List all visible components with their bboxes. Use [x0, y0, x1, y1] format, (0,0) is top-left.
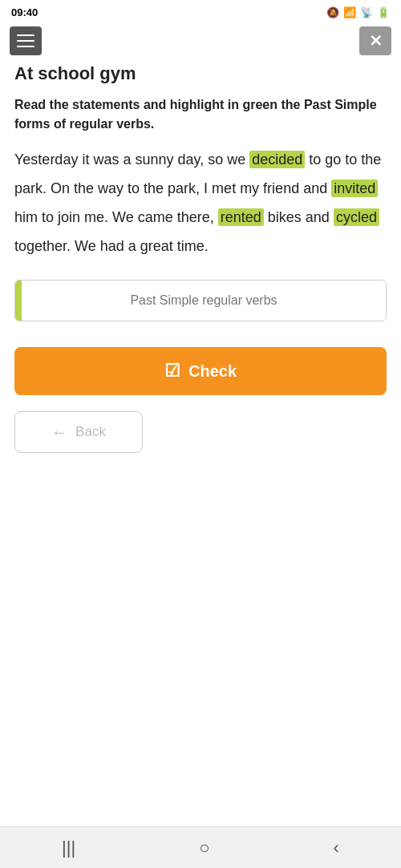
main-content: Read the statements and highlight in gre… [0, 95, 401, 640]
highlight-decided: decided [249, 151, 305, 168]
status-bar: 09:40 🔕 📶 📡 🔋 [0, 0, 401, 22]
menu-line-3 [17, 46, 34, 47]
input-row [14, 280, 387, 321]
menu-line-1 [17, 34, 34, 36]
signal-icon: 📡 [360, 6, 373, 18]
page-title: At school gym [0, 60, 401, 95]
input-accent-bar [15, 281, 22, 321]
passage-part-3: him to join me. We came there, [14, 209, 218, 225]
bottom-nav-back[interactable]: ‹ [314, 831, 358, 865]
passage-part-5: together. We had a great time. [14, 238, 209, 254]
menu-button[interactable] [10, 26, 42, 55]
back-button-label: Back [75, 424, 106, 440]
status-time: 09:40 [11, 6, 38, 18]
top-nav: ✕ [0, 22, 401, 60]
highlight-rented: rented [218, 208, 264, 226]
check-icon: ☑ [164, 361, 180, 382]
verb-input[interactable] [22, 281, 386, 321]
passage-text: Yesterday it was a sunny day, so we deci… [14, 145, 387, 260]
check-button[interactable]: ☑ Check [14, 347, 387, 395]
bottom-nav-recent[interactable]: ||| [43, 831, 95, 865]
passage-part-4: bikes and [264, 209, 334, 225]
highlight-cycled: cycled [334, 208, 379, 226]
wifi-icon: 📶 [343, 6, 356, 18]
back-arrow-icon: ← [51, 423, 67, 442]
status-icons: 🔕 📶 📡 🔋 [326, 6, 390, 18]
battery-icon: 🔋 [377, 6, 390, 18]
bell-mute-icon: 🔕 [326, 6, 339, 18]
check-button-label: Check [188, 362, 237, 381]
back-button[interactable]: ← Back [14, 411, 143, 453]
passage-part-1: Yesterday it was a sunny day, so we [14, 151, 249, 168]
instruction-text: Read the statements and highlight in gre… [14, 95, 387, 134]
bottom-nav: ||| ○ ‹ [0, 826, 401, 868]
close-button[interactable]: ✕ [359, 26, 391, 55]
highlight-invited: invited [331, 180, 378, 197]
bottom-nav-home[interactable]: ○ [180, 831, 229, 865]
menu-line-2 [17, 40, 34, 42]
